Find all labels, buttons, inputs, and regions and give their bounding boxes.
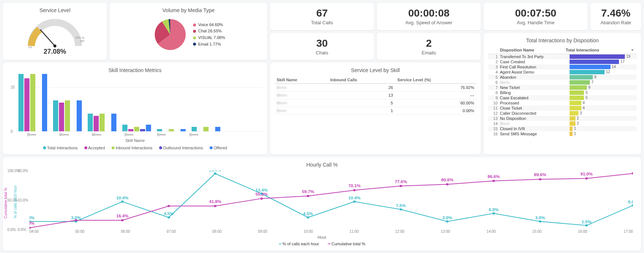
- bar[interactable]: [77, 100, 82, 131]
- chevron-down-icon[interactable]: ▾: [631, 48, 636, 52]
- disposition-row[interactable]: 4Agent Assist Demo12: [488, 70, 637, 75]
- media-pie-chart: [152, 16, 189, 53]
- disposition-row[interactable]: 16Send SMS Message1: [488, 131, 637, 136]
- svg-line-0: [40, 29, 55, 46]
- bar[interactable]: [203, 127, 209, 131]
- disposition-row[interactable]: 5Abandon8: [488, 75, 637, 80]
- bar[interactable]: [122, 125, 127, 131]
- svg-point-35: [74, 219, 77, 221]
- pie-legend-item: VISUAL 7.08%: [193, 35, 225, 41]
- bar-group: [157, 129, 186, 131]
- table-row[interactable]: B•••••2676.92%: [274, 84, 476, 92]
- bar[interactable]: [99, 114, 105, 131]
- svg-text:7.5%: 7.5%: [396, 204, 406, 208]
- svg-point-29: [585, 224, 588, 227]
- svg-text:16.4%: 16.4%: [116, 214, 129, 218]
- col-disposition-name[interactable]: Disposition Name: [500, 48, 566, 52]
- disposition-row[interactable]: 11Close Ticket4: [488, 106, 637, 111]
- volume-media-title: Volume by Media Type: [114, 7, 263, 13]
- disposition-row[interactable]: 9Case Escalated5: [488, 95, 637, 100]
- bar[interactable]: [18, 74, 24, 131]
- svg-point-27: [539, 220, 541, 222]
- col-service-level[interactable]: Service Level (%): [395, 76, 476, 84]
- kpi-value: 67: [274, 7, 370, 19]
- svg-text:55.2%: 55.2%: [255, 192, 268, 196]
- disposition-row[interactable]: 13No Disposition2: [488, 116, 637, 121]
- service-level-title: Service Level: [7, 7, 102, 13]
- disposition-row[interactable]: 14B•••••2: [488, 121, 637, 126]
- bar[interactable]: [94, 116, 99, 131]
- bar[interactable]: [88, 114, 93, 131]
- bar[interactable]: [30, 74, 35, 131]
- svg-text:70.1%: 70.1%: [348, 184, 361, 188]
- svg-point-36: [121, 219, 123, 221]
- disposition-row[interactable]: 3First Call Resolution14: [488, 64, 637, 70]
- bar[interactable]: [157, 129, 162, 131]
- kpi-value: 30: [274, 38, 370, 49]
- disposition-row[interactable]: 15Closed In IVR1: [488, 126, 637, 131]
- disposition-row[interactable]: 2Case Created17: [488, 59, 637, 64]
- disposition-row[interactable]: 8Billing5: [488, 90, 637, 95]
- bar[interactable]: [53, 100, 58, 131]
- col-skill-name[interactable]: Skill Name: [274, 76, 328, 84]
- svg-text:3.0%: 3.0%: [442, 216, 452, 220]
- disposition-row[interactable]: 6N•••••7: [488, 80, 637, 85]
- card-disposition: Total Interactions by Disposition Dispos…: [484, 33, 641, 155]
- svg-text:4.5%: 4.5%: [303, 212, 313, 216]
- svg-point-1: [53, 44, 56, 47]
- svg-point-33: [29, 227, 31, 229]
- disposition-row[interactable]: 7New Ticket6: [488, 85, 637, 90]
- sl-by-skill-table: Skill Name Inbound Calls Service Level (…: [274, 76, 476, 115]
- svg-point-25: [492, 212, 495, 214]
- kpi-asa: 00:00:08 Avg. Speed of Answer: [377, 3, 481, 30]
- kpi-label: Abandon Rate: [595, 20, 637, 25]
- bar[interactable]: [181, 129, 186, 131]
- bar[interactable]: [140, 129, 145, 131]
- kpi-label: Avg. Speed of Answer: [381, 20, 476, 25]
- svg-text:1.5%: 1.5%: [582, 220, 592, 224]
- hourly-title: Hourly Call %: [7, 162, 637, 168]
- svg-text:91.0%: 91.0%: [580, 172, 593, 176]
- svg-text:3.0%: 3.0%: [29, 221, 35, 225]
- bar[interactable]: [111, 114, 116, 131]
- bar[interactable]: [128, 129, 133, 131]
- pie-legend-item: Voice 64.60%: [193, 22, 225, 28]
- table-row[interactable]: M•••••13—: [274, 92, 476, 99]
- bar[interactable]: [169, 129, 174, 131]
- disposition-row[interactable]: 12Caller Disconnected3: [488, 111, 637, 116]
- table-row[interactable]: M•••••560.00%: [274, 99, 476, 107]
- disposition-row[interactable]: 10Processed4: [488, 100, 637, 106]
- svg-point-38: [167, 205, 170, 207]
- svg-text:41.8%: 41.8%: [209, 200, 221, 204]
- hourly-xlabel: Hour: [7, 235, 637, 239]
- bar[interactable]: [146, 125, 151, 131]
- disposition-row[interactable]: 1Transferred To 3rd Party19: [488, 54, 637, 59]
- kpi-label: Emails: [381, 50, 476, 56]
- legend-cumulative: Cumulative total %: [332, 242, 365, 246]
- bar[interactable]: [24, 78, 29, 131]
- bar[interactable]: [59, 103, 64, 131]
- legend-calls-each-hour: % of calls each hour: [283, 242, 319, 246]
- bar[interactable]: [134, 127, 139, 131]
- bar-legend-item: Inbound Interactions: [112, 146, 153, 150]
- hourly-y1-title: % of calls each hour: [13, 185, 17, 218]
- bar[interactable]: [65, 100, 70, 131]
- svg-point-41: [260, 197, 263, 200]
- bar[interactable]: [215, 127, 220, 131]
- table-row[interactable]: B•••••10.00%: [274, 107, 476, 115]
- svg-point-57: [631, 172, 633, 175]
- kpi-value: 7.46%: [595, 7, 637, 19]
- skill-metrics-title: Skill Interaction Metrics: [7, 67, 263, 73]
- col-inbound-calls[interactable]: Inbound Calls: [328, 76, 395, 84]
- svg-point-19: [353, 200, 356, 203]
- kpi-total-calls: 67 Total Calls: [270, 3, 374, 30]
- card-sl-by-skill: Service Level by Skill Skill Name Inboun…: [270, 63, 481, 154]
- svg-point-47: [399, 185, 402, 187]
- svg-text:89.6%: 89.6%: [534, 173, 546, 177]
- svg-point-39: [214, 205, 216, 207]
- bar[interactable]: [192, 127, 197, 131]
- bar[interactable]: [42, 74, 47, 131]
- svg-text:10.4%: 10.4%: [116, 196, 129, 200]
- col-total-interactions[interactable]: Total Interactions: [566, 48, 632, 52]
- svg-text:3.0%: 3.0%: [29, 216, 35, 220]
